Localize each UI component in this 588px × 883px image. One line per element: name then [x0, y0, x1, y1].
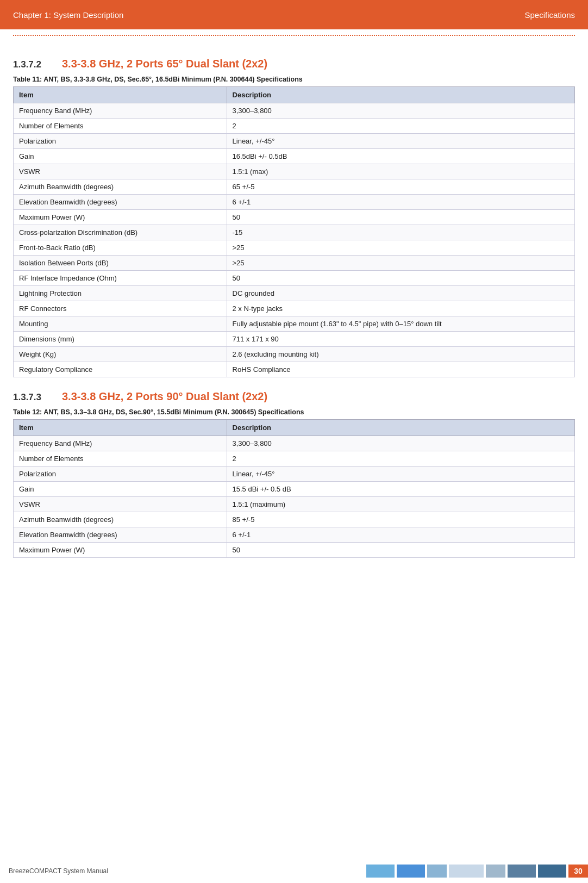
row-item: Gain [14, 149, 227, 164]
row-item: Azimuth Beamwidth (degrees) [14, 512, 227, 527]
row-desc: 85 +/-5 [227, 512, 574, 527]
row-desc: 3,300–3,800 [227, 103, 574, 119]
col-header-item-2: Item [14, 420, 227, 436]
table-row: RF Connectors2 x N-type jacks [14, 301, 575, 316]
section-2-title: 3.3-3.8 GHz, 2 Ports 90° Dual Slant (2x2… [62, 390, 267, 403]
table-row: Maximum Power (W)50 [14, 210, 575, 225]
section-1-number: 1.3.7.2 [13, 59, 62, 70]
row-desc: Fully adjustable pipe mount (1.63" to 4.… [227, 316, 574, 332]
row-desc: 1.5:1 (max) [227, 164, 574, 179]
row-desc: 1.5:1 (maximum) [227, 497, 574, 512]
row-item: Maximum Power (W) [14, 210, 227, 225]
col-header-desc-1: Description [227, 87, 574, 103]
row-desc: -15 [227, 225, 574, 240]
row-desc: 3,300–3,800 [227, 436, 574, 451]
footer-block-4 [449, 865, 484, 878]
row-desc: DC grounded [227, 286, 574, 301]
footer-block-1 [366, 865, 395, 878]
footer-block-7 [538, 865, 566, 878]
row-desc: Linear, +/-45° [227, 467, 574, 482]
table-row: Number of Elements2 [14, 451, 575, 467]
row-item: VSWR [14, 497, 227, 512]
row-item: Polarization [14, 134, 227, 149]
row-item: RF Connectors [14, 301, 227, 316]
table-2-caption: Table 12: ANT, BS, 3.3–3.8 GHz, DS, Sec.… [13, 408, 575, 416]
main-content: 1.3.7.2 3.3-3.8 GHz, 2 Ports 65° Dual Sl… [0, 36, 588, 604]
row-item: Frequency Band (MHz) [14, 436, 227, 451]
table-row: Isolation Between Ports (dB)>25 [14, 256, 575, 271]
row-item: Lightning Protection [14, 286, 227, 301]
row-item: Frequency Band (MHz) [14, 103, 227, 119]
spec-table-1: Item Description Frequency Band (MHz)3,3… [13, 86, 575, 377]
table-row: VSWR1.5:1 (max) [14, 164, 575, 179]
table-row: Frequency Band (MHz)3,300–3,800 [14, 436, 575, 451]
table-1-caption: Table 11: ANT, BS, 3.3-3.8 GHz, DS, Sec.… [13, 76, 575, 83]
table-row: Lightning ProtectionDC grounded [14, 286, 575, 301]
row-item: Dimensions (mm) [14, 332, 227, 347]
table-row: Azimuth Beamwidth (degrees)65 +/-5 [14, 179, 575, 195]
row-item: Isolation Between Ports (dB) [14, 256, 227, 271]
row-item: Cross-polarization Discrimination (dB) [14, 225, 227, 240]
footer-block-5 [486, 865, 505, 878]
row-item: Elevation Beamwidth (degrees) [14, 195, 227, 210]
row-item: Azimuth Beamwidth (degrees) [14, 179, 227, 195]
footer-blocks: 30 [366, 865, 588, 878]
table-row: Azimuth Beamwidth (degrees)85 +/-5 [14, 512, 575, 527]
row-item: Maximum Power (W) [14, 543, 227, 558]
section-2-number: 1.3.7.3 [13, 392, 62, 403]
row-desc: Linear, +/-45° [227, 134, 574, 149]
row-desc: 2 x N-type jacks [227, 301, 574, 316]
footer-block-2 [397, 865, 425, 878]
row-desc: 6 +/-1 [227, 195, 574, 210]
row-desc: 6 +/-1 [227, 527, 574, 543]
section-1-title: 3.3-3.8 GHz, 2 Ports 65° Dual Slant (2x2… [62, 58, 267, 70]
col-header-item-1: Item [14, 87, 227, 103]
row-desc: RoHS Compliance [227, 362, 574, 377]
table-row: Weight (Kg)2.6 (excluding mounting kit) [14, 347, 575, 362]
row-desc: 16.5dBi +/- 0.5dB [227, 149, 574, 164]
row-item: Regulatory Compliance [14, 362, 227, 377]
row-desc: 2.6 (excluding mounting kit) [227, 347, 574, 362]
row-desc: 15.5 dBi +/- 0.5 dB [227, 482, 574, 497]
table-row: Maximum Power (W)50 [14, 543, 575, 558]
table-row: Elevation Beamwidth (degrees)6 +/-1 [14, 527, 575, 543]
table-row: PolarizationLinear, +/-45° [14, 467, 575, 482]
footer-block-6 [508, 865, 536, 878]
chapter-title: Chapter 1: System Description [13, 10, 123, 20]
spec-table-2: Item Description Frequency Band (MHz)3,3… [13, 419, 575, 558]
section-1-heading: 1.3.7.2 3.3-3.8 GHz, 2 Ports 65° Dual Sl… [13, 58, 575, 70]
page-header: Chapter 1: System Description Specificat… [0, 0, 588, 29]
footer-manual-name: BreezeCOMPACT System Manual [0, 867, 108, 875]
table-row: Elevation Beamwidth (degrees)6 +/-1 [14, 195, 575, 210]
table-row: Number of Elements2 [14, 119, 575, 134]
col-header-desc-2: Description [227, 420, 574, 436]
section-2-heading: 1.3.7.3 3.3-3.8 GHz, 2 Ports 90° Dual Sl… [13, 390, 575, 403]
row-item: Elevation Beamwidth (degrees) [14, 527, 227, 543]
page-footer: BreezeCOMPACT System Manual 30 [0, 859, 588, 883]
row-item: Weight (Kg) [14, 347, 227, 362]
footer-page-number: 30 [568, 865, 588, 878]
row-item: RF Interface Impedance (Ohm) [14, 271, 227, 286]
row-desc: 50 [227, 543, 574, 558]
row-desc: 2 [227, 451, 574, 467]
row-desc: >25 [227, 256, 574, 271]
specs-label: Specifications [524, 10, 575, 20]
table-row: PolarizationLinear, +/-45° [14, 134, 575, 149]
row-item: Mounting [14, 316, 227, 332]
row-desc: 50 [227, 271, 574, 286]
row-desc: >25 [227, 240, 574, 256]
table-row: Frequency Band (MHz)3,300–3,800 [14, 103, 575, 119]
table-row: Regulatory ComplianceRoHS Compliance [14, 362, 575, 377]
row-item: Gain [14, 482, 227, 497]
table-row: RF Interface Impedance (Ohm)50 [14, 271, 575, 286]
table-row: MountingFully adjustable pipe mount (1.6… [14, 316, 575, 332]
table-row: Cross-polarization Discrimination (dB)-1… [14, 225, 575, 240]
row-desc: 50 [227, 210, 574, 225]
row-item: Number of Elements [14, 451, 227, 467]
row-item: Front-to-Back Ratio (dB) [14, 240, 227, 256]
table-row: Dimensions (mm)711 x 171 x 90 [14, 332, 575, 347]
table-row: Gain15.5 dBi +/- 0.5 dB [14, 482, 575, 497]
row-desc: 65 +/-5 [227, 179, 574, 195]
footer-block-3 [427, 865, 447, 878]
row-item: Number of Elements [14, 119, 227, 134]
